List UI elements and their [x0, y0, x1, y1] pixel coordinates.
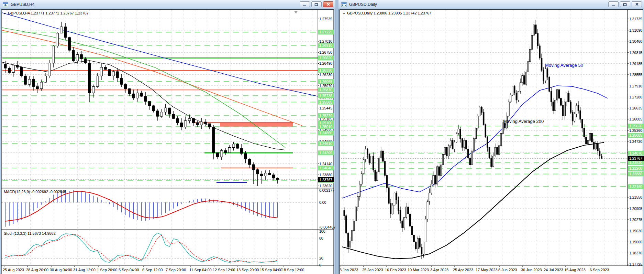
chart-window-icon	[341, 2, 347, 7]
close-icon	[326, 3, 330, 6]
svg-text:16 Feb 2023: 16 Feb 2023	[385, 268, 406, 272]
svg-text:1.27010: 1.27010	[319, 39, 332, 43]
svg-text:1.19000: 1.19000	[629, 240, 642, 244]
symbol-dropdown-icon: ▼	[3, 12, 6, 15]
svg-text:80: 80	[319, 236, 323, 240]
minimize-button[interactable]	[608, 1, 619, 7]
symbol-dropdown-icon: ▼	[343, 12, 345, 15]
svg-text:15 Aug 2023: 15 Aug 2023	[564, 268, 586, 272]
svg-text:1.25870: 1.25870	[319, 88, 332, 92]
restore-icon	[314, 3, 319, 6]
svg-text:17 May 2023: 17 May 2023	[476, 268, 498, 272]
svg-text:1.27535: 1.27535	[319, 17, 332, 21]
svg-text:25 Apr 2023: 25 Apr 2023	[453, 268, 473, 272]
minimize-icon	[611, 3, 615, 6]
svg-text:0: 0	[319, 263, 321, 267]
chart-client-bg	[340, 10, 643, 274]
svg-text:1.23767: 1.23767	[319, 178, 332, 182]
svg-text:1.31090: 1.31090	[629, 28, 642, 32]
mdi-desktop: 1.275351.270101.267501.264901.262301.259…	[0, 0, 644, 274]
svg-text:24 Jul 2023: 24 Jul 2023	[544, 268, 563, 272]
chart-window-icon	[3, 2, 8, 7]
svg-text:1.27225: 1.27225	[319, 30, 332, 34]
svg-text:1.23620: 1.23620	[319, 184, 332, 188]
svg-text:1.29185: 1.29185	[629, 62, 642, 66]
svg-text:31 Aug 12:00: 31 Aug 12:00	[73, 268, 96, 272]
svg-text:1.23767: 1.23767	[629, 156, 642, 160]
svg-text:1.26635: 1.26635	[629, 106, 642, 110]
svg-text:-0.004467: -0.004467	[319, 225, 335, 229]
svg-text:1.18370: 1.18370	[629, 251, 642, 255]
svg-text:1.24140: 1.24140	[319, 162, 332, 166]
restore-icon	[623, 3, 627, 6]
svg-text:5 Sep 04:00: 5 Sep 04:00	[119, 268, 139, 272]
svg-text:1 Sep 20:00: 1 Sep 20:00	[97, 268, 117, 272]
svg-text:3 Jan 2023: 3 Jan 2023	[340, 268, 358, 272]
svg-text:28 Aug 20:00: 28 Aug 20:00	[26, 268, 48, 272]
titlebar-gbpusd-daily[interactable]: GBPUSD,Daily	[338, 0, 644, 9]
window-gbpusd-daily[interactable]: 1.317351.310901.304601.298151.291851.285…	[338, 0, 644, 274]
svg-text:1.28555: 1.28555	[629, 73, 642, 77]
svg-text:1.25620: 1.25620	[629, 124, 642, 128]
svg-text:10 Mar 2023: 10 Mar 2023	[408, 268, 429, 272]
svg-text:1.25085: 1.25085	[629, 133, 642, 137]
restore-button[interactable]	[311, 1, 322, 7]
svg-text:1.26065: 1.26065	[319, 80, 332, 84]
svg-text:1.24610: 1.24610	[319, 141, 332, 146]
svg-text:1.26620: 1.26620	[319, 56, 332, 60]
svg-text:1.26330: 1.26330	[319, 68, 332, 72]
svg-text:6 Sep 2023: 6 Sep 2023	[590, 268, 609, 272]
svg-text:1.29815: 1.29815	[629, 51, 642, 55]
svg-text:20: 20	[319, 256, 323, 260]
restore-button[interactable]	[620, 1, 630, 7]
svg-text:7 Sep 20:00: 7 Sep 20:00	[166, 268, 186, 272]
svg-text:1.24860: 1.24860	[319, 131, 332, 135]
svg-text:3 Apr 2023: 3 Apr 2023	[430, 268, 448, 272]
svg-text:1.25585: 1.25585	[319, 100, 332, 104]
svg-text:1.24040: 1.24040	[319, 166, 332, 170]
svg-text:12 Sep 12:00: 12 Sep 12:00	[213, 268, 235, 272]
svg-text:1.20905: 1.20905	[629, 207, 642, 211]
svg-text:1.26005: 1.26005	[629, 117, 642, 121]
svg-text:1.26490: 1.26490	[319, 61, 332, 65]
svg-text:1.20275: 1.20275	[629, 218, 642, 222]
svg-text:1.27280: 1.27280	[629, 95, 642, 99]
close-button[interactable]	[632, 1, 642, 7]
ma50-annotation[interactable]: Moving Average 50	[545, 63, 583, 68]
stoch-label: Stoch(13,3,3) 11.5673 14.9862	[4, 231, 56, 235]
svg-text:30 Jun 2023: 30 Jun 2023	[521, 268, 542, 272]
svg-text:1.19630: 1.19630	[629, 229, 642, 233]
macd-label: MACD(12,26,9) -0.002692 -0.002845	[4, 190, 66, 194]
minimize-icon	[303, 3, 307, 6]
svg-text:1.17725: 1.17725	[629, 262, 642, 266]
titlebar-gbpusd-h4[interactable]: GBPUSD,H4	[0, 0, 335, 9]
close-button[interactable]	[323, 1, 333, 7]
daily-chart-canvas[interactable]: 1.317351.310901.304601.298151.291851.285…	[338, 0, 644, 274]
svg-text:1.23200: 1.23200	[629, 166, 642, 170]
svg-text:1.24730: 1.24730	[629, 139, 642, 144]
svg-text:25 Aug 2023: 25 Aug 2023	[3, 268, 24, 272]
price-scale: 1.317351.310901.304601.298151.291851.285…	[628, 17, 644, 266]
svg-text:1.25735: 1.25735	[319, 94, 332, 98]
svg-text:1.24395: 1.24395	[319, 151, 332, 155]
svg-text:1.26910: 1.26910	[319, 43, 332, 48]
svg-text:1.25970: 1.25970	[319, 84, 332, 88]
svg-text:30 Aug 04:00: 30 Aug 04:00	[50, 268, 72, 272]
svg-text:1.31735: 1.31735	[629, 17, 642, 21]
svg-text:0.00: 0.00	[319, 200, 326, 204]
ohlc-readout[interactable]: ▼GBPUSD,H4 1.23771 1.23771 1.23767 1.237…	[3, 11, 89, 15]
ohlc-readout[interactable]: ▼GBPUSD,Daily 1.23806 1.23905 1.23742 1.…	[343, 11, 431, 15]
svg-text:13 Sep 20:00: 13 Sep 20:00	[236, 268, 259, 272]
svg-text:15 Sep 04:00: 15 Sep 04:00	[260, 268, 282, 272]
svg-text:6 Sep 12:00: 6 Sep 12:00	[142, 268, 163, 272]
svg-text:1.24070: 1.24070	[629, 151, 642, 155]
svg-text:1.25270: 1.25270	[319, 114, 332, 118]
close-icon	[635, 3, 639, 6]
minimize-button[interactable]	[300, 1, 310, 7]
svg-text:1.22880: 1.22880	[629, 172, 642, 176]
window-title: GBPUSD,H4	[11, 2, 34, 7]
svg-text:0.002177: 0.002177	[319, 188, 334, 192]
svg-text:1.26230: 1.26230	[319, 73, 332, 77]
ma200-annotation[interactable]: Moving Average 200	[503, 119, 544, 124]
window-gbpusd-h4[interactable]: 1.275351.270101.267501.264901.262301.259…	[0, 0, 335, 274]
